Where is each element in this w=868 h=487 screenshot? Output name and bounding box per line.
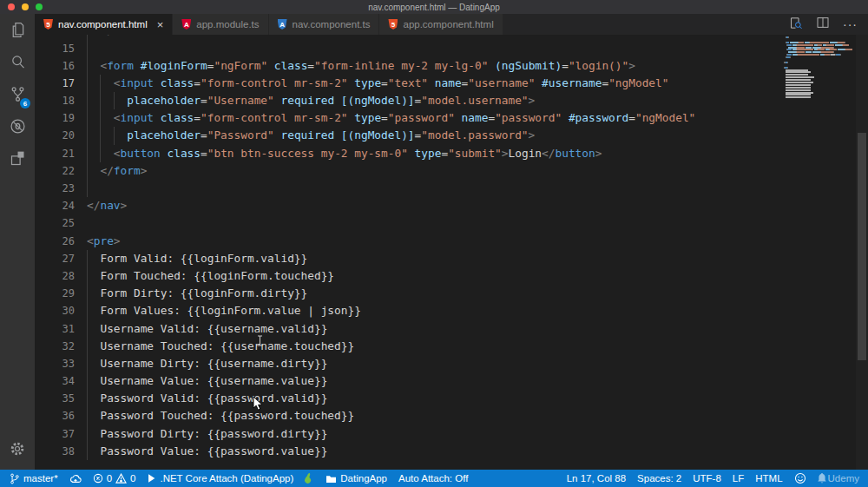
code-line-23[interactable]: 23	[35, 180, 785, 197]
line-content: </nav>	[87, 197, 127, 214]
line-number[interactable]: 32	[35, 338, 75, 355]
code-line-20[interactable]: 20 placeholder="Password" required [(ngM…	[35, 127, 785, 144]
split-editor-icon[interactable]	[816, 16, 830, 33]
code-line-30[interactable]: 30 Form Values: {{loginForm.value | json…	[35, 302, 785, 319]
minimap-line	[784, 76, 855, 78]
code-line-28[interactable]: 28 Form Touched: {{loginForm.touched}}	[35, 267, 785, 285]
indentation-item[interactable]: Spaces: 2	[637, 473, 681, 484]
folder-item[interactable]: DatingApp	[326, 473, 387, 484]
feedback-smiley-item[interactable]	[794, 472, 806, 484]
code-line-27[interactable]: 27 Form Valid: {{loginForm.valid}}	[35, 250, 785, 267]
git-branch-icon	[9, 472, 20, 485]
open-preview-icon[interactable]	[788, 16, 803, 34]
line-number[interactable]: 33	[35, 355, 75, 372]
indent-guide	[114, 92, 115, 109]
line-number[interactable]: 27	[35, 250, 75, 267]
git-branch-item[interactable]: master*	[9, 472, 58, 485]
close-window-button[interactable]	[8, 3, 15, 10]
code-line-36[interactable]: 36 Password Touched: {{password.touched}…	[35, 407, 785, 424]
code-line-15[interactable]: 15	[35, 40, 785, 57]
auto-attach-item[interactable]: Auto Attach: Off	[398, 473, 468, 484]
code-line-19[interactable]: 19 <input class="form-control mr-sm-2" t…	[35, 109, 785, 127]
cursor-position-item[interactable]: Ln 17, Col 88	[567, 473, 626, 484]
zoom-window-button[interactable]	[36, 3, 43, 10]
search-icon[interactable]	[0, 46, 35, 78]
encoding-item[interactable]: UTF-8	[693, 473, 721, 484]
explorer-icon[interactable]	[0, 14, 35, 46]
minimap[interactable]	[784, 36, 855, 99]
line-number[interactable]: 18	[35, 92, 75, 109]
code-line-35[interactable]: 35 Password Valid: {{password.valid}}	[35, 390, 785, 407]
code-line-24[interactable]: 24</nav>	[35, 197, 785, 214]
sync-item[interactable]	[69, 473, 82, 484]
code-area[interactable]: 14 </ul>1516 <form #loginForm="ngForm" c…	[35, 35, 785, 470]
indent-guide	[87, 109, 88, 127]
tabs-container: 5nav.component.html×Aapp.module.tsAnav.c…	[35, 14, 503, 35]
tab-label: app.component.html	[403, 19, 493, 30]
code-line-33[interactable]: 33 Username Dirty: {{username.dirty}}	[35, 355, 785, 372]
traffic-lights	[8, 3, 43, 10]
line-number[interactable]: 28	[35, 267, 75, 285]
line-number[interactable]: 37	[35, 425, 75, 443]
tab-nav.component.ts[interactable]: Anav.component.ts	[269, 14, 380, 35]
code-line-21[interactable]: 21 <button class="btn btn-success my-2 m…	[35, 145, 785, 162]
code-line-34[interactable]: 34 Username Value: {{username.value}}	[35, 372, 785, 390]
vertical-scrollbar[interactable]	[856, 35, 868, 470]
problems-item[interactable]: 0 0	[93, 473, 136, 484]
line-number[interactable]: 20	[35, 127, 75, 144]
debug-launch-item[interactable]: .NET Core Attach (DatingApp)	[147, 473, 293, 484]
tab-app.module.ts[interactable]: Aapp.module.ts	[173, 14, 268, 35]
tab-nav.component.html[interactable]: 5nav.component.html×	[35, 14, 173, 35]
line-number[interactable]: 16	[35, 57, 75, 75]
code-line-29[interactable]: 29 Form Dirty: {{loginForm.dirty}}	[35, 285, 785, 302]
eol-item[interactable]: LF	[733, 473, 744, 484]
code-line-22[interactable]: 22 </form>	[35, 162, 785, 180]
code-line-25[interactable]: 25	[35, 214, 785, 232]
indent-guide	[87, 320, 88, 338]
line-number[interactable]: 25	[35, 214, 75, 232]
more-actions-icon[interactable]: ···	[843, 18, 858, 30]
sync-cloud-icon	[69, 473, 82, 484]
line-number[interactable]: 19	[35, 109, 75, 127]
minimap-line	[784, 74, 855, 76]
line-number[interactable]: 38	[35, 443, 75, 460]
line-number[interactable]: 34	[35, 372, 75, 390]
line-number[interactable]: 36	[35, 407, 75, 424]
line-number[interactable]: 29	[35, 285, 75, 302]
extensions-icon[interactable]	[0, 142, 35, 174]
code-line-37[interactable]: 37 Password Dirty: {{password.dirty}}	[35, 425, 785, 443]
line-number[interactable]: 31	[35, 320, 75, 338]
language-mode-item[interactable]: HTML	[755, 473, 782, 484]
tab-app.component.html[interactable]: 5app.component.html	[379, 14, 503, 35]
source-control-icon[interactable]: 6	[0, 78, 35, 110]
code-line-31[interactable]: 31 Username Valid: {{username.valid}}	[35, 320, 785, 338]
line-number[interactable]: 22	[35, 162, 75, 180]
line-number[interactable]: 30	[35, 302, 75, 319]
line-content: <input class="form-control mr-sm-2" type…	[87, 75, 668, 92]
minimap-line	[784, 84, 855, 86]
code-line-18[interactable]: 18 placeholder="Username" required [(ngM…	[35, 92, 785, 109]
scrollbar-thumb[interactable]	[858, 133, 866, 360]
debug-icon[interactable]	[0, 110, 35, 142]
line-number[interactable]: 23	[35, 180, 75, 197]
code-line-26[interactable]: 26<pre>	[35, 233, 785, 250]
minimize-window-button[interactable]	[22, 3, 29, 10]
settings-gear-icon[interactable]	[0, 432, 35, 464]
editor-pane[interactable]: 14 </ul>1516 <form #loginForm="ngForm" c…	[35, 35, 868, 470]
line-number[interactable]: 35	[35, 390, 75, 407]
code-line-17[interactable]: 17 <input class="form-control mr-sm-2" t…	[35, 75, 785, 92]
line-number[interactable]: 21	[35, 145, 75, 162]
flame-item[interactable]	[305, 472, 314, 484]
line-number[interactable]: 26	[35, 233, 75, 250]
close-tab-icon[interactable]: ×	[157, 19, 164, 30]
line-number[interactable]: 15	[35, 40, 75, 57]
line-content: Form Values: {{loginForm.value | json}}	[87, 302, 361, 319]
line-content: Username Dirty: {{username.dirty}}	[87, 355, 327, 372]
code-line-38[interactable]: 38 Password Value: {{password.value}}	[35, 443, 785, 460]
minimap-line	[784, 69, 855, 71]
code-line-32[interactable]: 32 Username Touched: {{username.touched}…	[35, 338, 785, 355]
code-line-16[interactable]: 16 <form #loginForm="ngForm" class="form…	[35, 57, 785, 75]
line-number[interactable]: 17	[35, 75, 75, 92]
line-number[interactable]: 24	[35, 197, 75, 214]
editor-actions: ···	[788, 14, 868, 35]
